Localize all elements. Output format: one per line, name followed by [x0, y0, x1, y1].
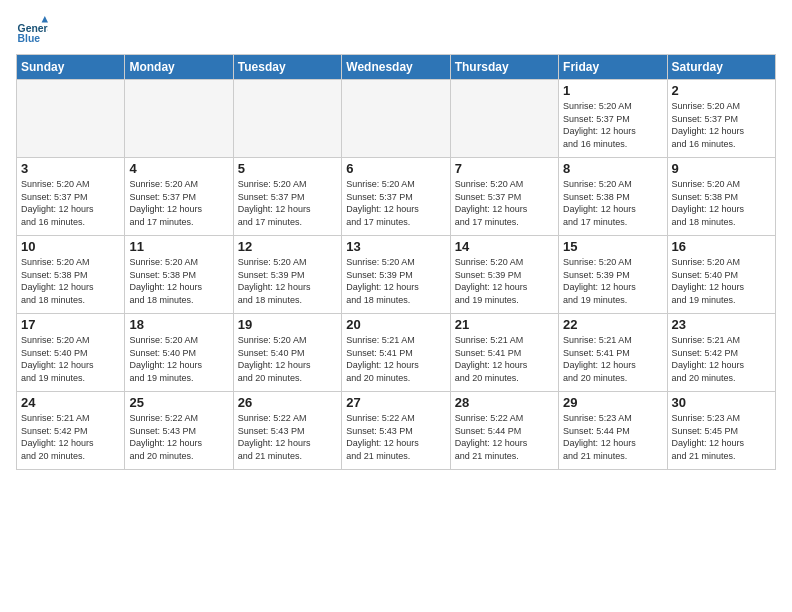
page-header: General Blue [16, 16, 776, 48]
day-info: Sunrise: 5:21 AM Sunset: 5:42 PM Dayligh… [21, 412, 120, 462]
calendar-cell: 7Sunrise: 5:20 AM Sunset: 5:37 PM Daylig… [450, 158, 558, 236]
day-number: 25 [129, 395, 228, 410]
calendar-cell: 26Sunrise: 5:22 AM Sunset: 5:43 PM Dayli… [233, 392, 341, 470]
day-info: Sunrise: 5:20 AM Sunset: 5:39 PM Dayligh… [346, 256, 445, 306]
day-number: 27 [346, 395, 445, 410]
header-day-saturday: Saturday [667, 55, 775, 80]
day-number: 30 [672, 395, 771, 410]
day-info: Sunrise: 5:22 AM Sunset: 5:43 PM Dayligh… [238, 412, 337, 462]
day-number: 4 [129, 161, 228, 176]
day-number: 8 [563, 161, 662, 176]
calendar-cell: 10Sunrise: 5:20 AM Sunset: 5:38 PM Dayli… [17, 236, 125, 314]
day-info: Sunrise: 5:21 AM Sunset: 5:42 PM Dayligh… [672, 334, 771, 384]
svg-text:Blue: Blue [18, 33, 41, 44]
header-day-thursday: Thursday [450, 55, 558, 80]
day-number: 24 [21, 395, 120, 410]
day-number: 9 [672, 161, 771, 176]
day-number: 1 [563, 83, 662, 98]
day-info: Sunrise: 5:20 AM Sunset: 5:40 PM Dayligh… [672, 256, 771, 306]
day-info: Sunrise: 5:20 AM Sunset: 5:40 PM Dayligh… [129, 334, 228, 384]
day-number: 5 [238, 161, 337, 176]
day-number: 20 [346, 317, 445, 332]
day-info: Sunrise: 5:20 AM Sunset: 5:40 PM Dayligh… [238, 334, 337, 384]
week-row-4: 17Sunrise: 5:20 AM Sunset: 5:40 PM Dayli… [17, 314, 776, 392]
calendar-cell: 21Sunrise: 5:21 AM Sunset: 5:41 PM Dayli… [450, 314, 558, 392]
calendar-cell: 17Sunrise: 5:20 AM Sunset: 5:40 PM Dayli… [17, 314, 125, 392]
svg-text:General: General [18, 23, 48, 34]
day-number: 7 [455, 161, 554, 176]
day-number: 29 [563, 395, 662, 410]
day-info: Sunrise: 5:22 AM Sunset: 5:43 PM Dayligh… [346, 412, 445, 462]
day-number: 13 [346, 239, 445, 254]
week-row-5: 24Sunrise: 5:21 AM Sunset: 5:42 PM Dayli… [17, 392, 776, 470]
day-number: 28 [455, 395, 554, 410]
day-info: Sunrise: 5:20 AM Sunset: 5:37 PM Dayligh… [21, 178, 120, 228]
calendar-cell: 6Sunrise: 5:20 AM Sunset: 5:37 PM Daylig… [342, 158, 450, 236]
calendar-cell: 9Sunrise: 5:20 AM Sunset: 5:38 PM Daylig… [667, 158, 775, 236]
logo: General Blue [16, 16, 48, 48]
calendar-cell [233, 80, 341, 158]
calendar-cell: 16Sunrise: 5:20 AM Sunset: 5:40 PM Dayli… [667, 236, 775, 314]
day-info: Sunrise: 5:20 AM Sunset: 5:39 PM Dayligh… [238, 256, 337, 306]
calendar-cell: 30Sunrise: 5:23 AM Sunset: 5:45 PM Dayli… [667, 392, 775, 470]
calendar-cell: 19Sunrise: 5:20 AM Sunset: 5:40 PM Dayli… [233, 314, 341, 392]
day-info: Sunrise: 5:20 AM Sunset: 5:37 PM Dayligh… [346, 178, 445, 228]
day-number: 12 [238, 239, 337, 254]
day-number: 23 [672, 317, 771, 332]
calendar-cell: 2Sunrise: 5:20 AM Sunset: 5:37 PM Daylig… [667, 80, 775, 158]
day-number: 19 [238, 317, 337, 332]
day-info: Sunrise: 5:20 AM Sunset: 5:39 PM Dayligh… [563, 256, 662, 306]
calendar-table: SundayMondayTuesdayWednesdayThursdayFrid… [16, 54, 776, 470]
header-day-tuesday: Tuesday [233, 55, 341, 80]
day-info: Sunrise: 5:23 AM Sunset: 5:45 PM Dayligh… [672, 412, 771, 462]
day-info: Sunrise: 5:21 AM Sunset: 5:41 PM Dayligh… [563, 334, 662, 384]
calendar-cell: 4Sunrise: 5:20 AM Sunset: 5:37 PM Daylig… [125, 158, 233, 236]
calendar-cell: 22Sunrise: 5:21 AM Sunset: 5:41 PM Dayli… [559, 314, 667, 392]
day-number: 22 [563, 317, 662, 332]
calendar-cell: 18Sunrise: 5:20 AM Sunset: 5:40 PM Dayli… [125, 314, 233, 392]
calendar-body: 1Sunrise: 5:20 AM Sunset: 5:37 PM Daylig… [17, 80, 776, 470]
day-number: 2 [672, 83, 771, 98]
calendar-cell: 27Sunrise: 5:22 AM Sunset: 5:43 PM Dayli… [342, 392, 450, 470]
header-day-friday: Friday [559, 55, 667, 80]
day-info: Sunrise: 5:20 AM Sunset: 5:38 PM Dayligh… [672, 178, 771, 228]
day-info: Sunrise: 5:20 AM Sunset: 5:39 PM Dayligh… [455, 256, 554, 306]
header-day-sunday: Sunday [17, 55, 125, 80]
day-info: Sunrise: 5:20 AM Sunset: 5:38 PM Dayligh… [21, 256, 120, 306]
calendar-cell: 1Sunrise: 5:20 AM Sunset: 5:37 PM Daylig… [559, 80, 667, 158]
calendar-cell: 5Sunrise: 5:20 AM Sunset: 5:37 PM Daylig… [233, 158, 341, 236]
calendar-cell: 3Sunrise: 5:20 AM Sunset: 5:37 PM Daylig… [17, 158, 125, 236]
day-info: Sunrise: 5:22 AM Sunset: 5:43 PM Dayligh… [129, 412, 228, 462]
calendar-cell [450, 80, 558, 158]
week-row-1: 1Sunrise: 5:20 AM Sunset: 5:37 PM Daylig… [17, 80, 776, 158]
calendar-cell [125, 80, 233, 158]
day-number: 11 [129, 239, 228, 254]
calendar-cell: 15Sunrise: 5:20 AM Sunset: 5:39 PM Dayli… [559, 236, 667, 314]
day-info: Sunrise: 5:20 AM Sunset: 5:38 PM Dayligh… [563, 178, 662, 228]
day-info: Sunrise: 5:20 AM Sunset: 5:37 PM Dayligh… [455, 178, 554, 228]
day-info: Sunrise: 5:20 AM Sunset: 5:37 PM Dayligh… [563, 100, 662, 150]
calendar-cell: 28Sunrise: 5:22 AM Sunset: 5:44 PM Dayli… [450, 392, 558, 470]
day-info: Sunrise: 5:22 AM Sunset: 5:44 PM Dayligh… [455, 412, 554, 462]
calendar-cell: 11Sunrise: 5:20 AM Sunset: 5:38 PM Dayli… [125, 236, 233, 314]
day-info: Sunrise: 5:23 AM Sunset: 5:44 PM Dayligh… [563, 412, 662, 462]
calendar-cell [342, 80, 450, 158]
calendar-cell [17, 80, 125, 158]
week-row-2: 3Sunrise: 5:20 AM Sunset: 5:37 PM Daylig… [17, 158, 776, 236]
day-number: 10 [21, 239, 120, 254]
day-info: Sunrise: 5:21 AM Sunset: 5:41 PM Dayligh… [346, 334, 445, 384]
calendar-cell: 14Sunrise: 5:20 AM Sunset: 5:39 PM Dayli… [450, 236, 558, 314]
calendar-cell: 25Sunrise: 5:22 AM Sunset: 5:43 PM Dayli… [125, 392, 233, 470]
day-number: 16 [672, 239, 771, 254]
day-number: 18 [129, 317, 228, 332]
calendar-cell: 12Sunrise: 5:20 AM Sunset: 5:39 PM Dayli… [233, 236, 341, 314]
calendar-cell: 20Sunrise: 5:21 AM Sunset: 5:41 PM Dayli… [342, 314, 450, 392]
day-info: Sunrise: 5:21 AM Sunset: 5:41 PM Dayligh… [455, 334, 554, 384]
day-number: 21 [455, 317, 554, 332]
day-number: 6 [346, 161, 445, 176]
calendar-cell: 29Sunrise: 5:23 AM Sunset: 5:44 PM Dayli… [559, 392, 667, 470]
header-day-wednesday: Wednesday [342, 55, 450, 80]
calendar-cell: 24Sunrise: 5:21 AM Sunset: 5:42 PM Dayli… [17, 392, 125, 470]
day-number: 15 [563, 239, 662, 254]
calendar-header-row: SundayMondayTuesdayWednesdayThursdayFrid… [17, 55, 776, 80]
